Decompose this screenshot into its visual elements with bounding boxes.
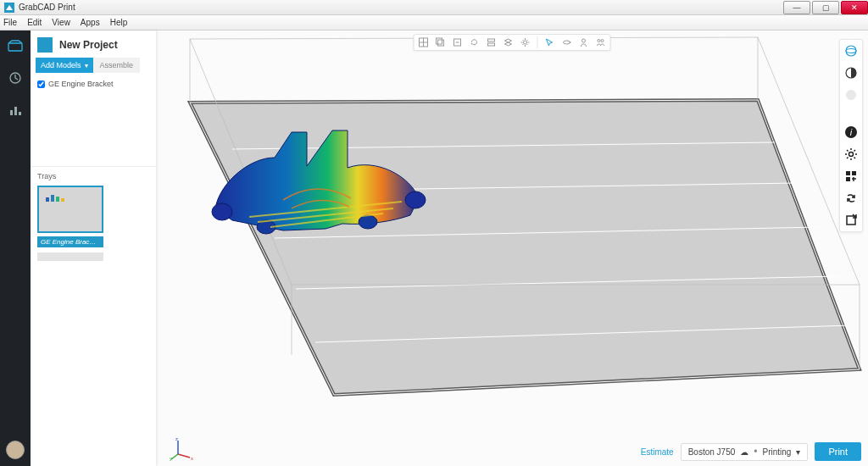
tool-group-icon[interactable] (595, 36, 607, 48)
svg-point-34 (598, 40, 600, 42)
add-models-button[interactable]: Add Models ▾ (36, 58, 93, 73)
svg-point-33 (582, 39, 586, 42)
maximize-button[interactable]: ▢ (812, 1, 839, 14)
trays-label: Trays (31, 166, 156, 182)
printer-status: Printing (762, 447, 791, 457)
model-list: GE Engine Bracket (31, 78, 156, 90)
svg-text:z: z (175, 437, 178, 441)
svg-rect-3 (10, 110, 13, 115)
tray-thumbnail[interactable] (37, 186, 103, 233)
chevron-down-icon: ▾ (796, 447, 800, 457)
assemble-button[interactable]: Assemble (93, 58, 141, 73)
display-tools: i (839, 39, 863, 232)
menu-view[interactable]: View (52, 18, 70, 27)
svg-point-17 (212, 203, 232, 220)
svg-rect-5 (19, 112, 21, 115)
printer-selector[interactable]: Boston J750 ☁ • Printing ▾ (681, 443, 809, 461)
axis-gizmo: x y z (170, 437, 193, 461)
info-icon[interactable]: i (843, 125, 859, 140)
svg-rect-7 (51, 195, 54, 202)
svg-rect-9 (61, 198, 64, 202)
viewport-3d[interactable]: i x y z Estimate Boston J750 ☁ • Printin… (156, 31, 868, 466)
nav-rail (0, 31, 31, 466)
svg-rect-28 (488, 39, 495, 42)
project-icon (37, 37, 53, 53)
tool-copy-icon[interactable] (435, 36, 447, 48)
rail-history-icon[interactable] (5, 68, 25, 88)
estimate-link[interactable]: Estimate (641, 447, 674, 457)
svg-rect-8 (56, 197, 59, 202)
user-avatar[interactable] (6, 441, 25, 459)
svg-point-32 (570, 42, 571, 43)
svg-line-49 (171, 454, 178, 459)
model-checkbox[interactable] (37, 80, 45, 88)
rail-stats-icon[interactable] (5, 100, 25, 120)
shade-icon[interactable] (843, 65, 859, 80)
tool-clone-icon[interactable] (452, 36, 464, 48)
svg-point-37 (846, 49, 856, 53)
menu-bar: File Edit View Apps Help (0, 15, 868, 31)
arrange-icon[interactable] (843, 169, 859, 184)
view-toolbar (414, 34, 611, 51)
tool-stack-icon[interactable] (486, 36, 498, 48)
tool-select-icon[interactable] (544, 36, 556, 48)
svg-point-36 (846, 46, 856, 56)
fullscreen-icon[interactable] (843, 213, 859, 228)
tool-refresh-icon[interactable] (469, 36, 481, 48)
tool-person-icon[interactable] (578, 36, 590, 48)
print-button[interactable]: Print (815, 442, 861, 461)
menu-apps[interactable]: Apps (81, 18, 100, 27)
tool-layers-icon[interactable] (503, 36, 515, 48)
svg-point-39 (846, 90, 856, 100)
menu-help[interactable]: Help (110, 18, 128, 27)
orbit-icon[interactable] (843, 43, 859, 58)
project-title: New Project (59, 39, 118, 51)
svg-rect-44 (852, 171, 856, 175)
svg-rect-6 (46, 197, 49, 202)
model-item[interactable]: GE Engine Bracket (37, 80, 149, 88)
svg-rect-43 (846, 171, 850, 175)
window-title: GrabCAD Print (19, 3, 75, 12)
minimize-button[interactable]: — (783, 1, 810, 14)
model-item-label: GE Engine Bracket (48, 80, 114, 88)
svg-rect-24 (438, 40, 444, 46)
svg-point-20 (359, 215, 377, 229)
window-titlebar: GrabCAD Print — ▢ ✕ (0, 0, 868, 15)
sync-icon[interactable] (843, 191, 859, 206)
svg-line-47 (178, 454, 190, 458)
svg-rect-45 (846, 177, 850, 181)
svg-point-35 (601, 40, 604, 42)
close-button[interactable]: ✕ (841, 1, 868, 14)
menu-edit[interactable]: Edit (27, 18, 42, 27)
tray-caption: GE Engine Brac… (37, 236, 103, 247)
cloud-icon: ☁ (740, 447, 748, 457)
svg-point-31 (564, 41, 570, 44)
tool-grid-icon[interactable] (418, 36, 430, 48)
svg-rect-4 (14, 107, 17, 115)
app-icon (3, 2, 15, 14)
menu-file[interactable]: File (3, 18, 17, 27)
svg-rect-1 (8, 43, 22, 51)
chevron-down-icon: ▾ (85, 62, 88, 69)
svg-point-18 (405, 191, 426, 208)
tool-rotate-icon[interactable] (561, 36, 573, 48)
add-tray-placeholder[interactable] (37, 252, 103, 261)
project-panel: New Project Add Models ▾ Assemble GE Eng… (31, 31, 156, 466)
svg-text:x: x (191, 456, 193, 461)
svg-rect-29 (488, 43, 495, 46)
svg-text:y: y (170, 456, 172, 461)
svg-point-42 (849, 153, 854, 157)
printer-name: Boston J750 (688, 447, 736, 457)
footer-bar: Estimate Boston J750 ☁ • Printing ▾ Prin… (641, 442, 861, 461)
settings-icon[interactable] (843, 147, 859, 162)
sphere-icon[interactable] (843, 87, 859, 103)
tool-gear-icon[interactable] (520, 36, 531, 48)
svg-point-30 (524, 41, 527, 44)
svg-rect-25 (437, 38, 442, 44)
rail-tray-icon[interactable] (5, 36, 25, 56)
